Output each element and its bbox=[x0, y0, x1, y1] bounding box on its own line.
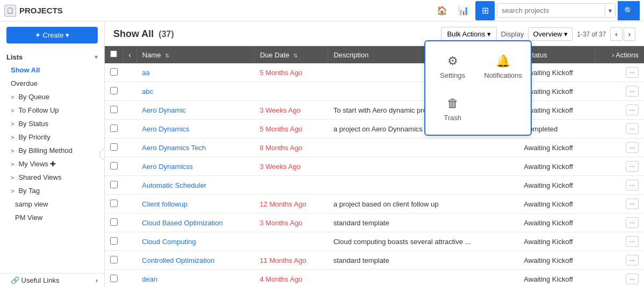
lists-label: Lists bbox=[6, 53, 23, 61]
next-page-button[interactable]: › bbox=[624, 27, 635, 41]
sidebar-item-useful-links[interactable]: 🔗 Useful Links › bbox=[0, 274, 104, 287]
search-button[interactable]: 🔍 bbox=[618, 1, 640, 20]
row-checkbox[interactable] bbox=[110, 218, 118, 226]
row-actions: ··· bbox=[595, 232, 644, 251]
table-row: aa 5 Months Ago Awaiting Kickoff ··· bbox=[105, 63, 644, 82]
row-checkbox[interactable] bbox=[110, 162, 118, 170]
row-checkbox[interactable] bbox=[110, 68, 118, 76]
row-name[interactable]: Aero Dynamicss bbox=[136, 157, 254, 176]
row-actions-button[interactable]: ··· bbox=[626, 67, 639, 78]
bulk-actions-button[interactable]: Bulk Actions ▾ bbox=[441, 27, 496, 41]
row-actions: ··· bbox=[595, 120, 644, 138]
row-checkbox[interactable] bbox=[110, 275, 118, 282]
row-nav bbox=[123, 214, 136, 232]
row-description: Cloud computing boasts several attractiv… bbox=[328, 232, 519, 251]
lists-section[interactable]: Lists ▾ bbox=[0, 49, 104, 63]
row-actions-button[interactable]: ··· bbox=[626, 123, 639, 134]
my-views-arrow: > bbox=[11, 161, 14, 167]
sidebar-item-by-priority[interactable]: > By Priority bbox=[0, 130, 104, 144]
status-arrow: > bbox=[11, 121, 14, 127]
sidebar-item-show-all[interactable]: Show All bbox=[0, 63, 104, 77]
popup-trash[interactable]: 🗑 Trash bbox=[430, 90, 475, 128]
table-row: Cloud Computing Cloud computing boasts s… bbox=[105, 232, 644, 251]
home-button[interactable]: 🏠 bbox=[432, 1, 452, 20]
prev-page-button[interactable]: ‹ bbox=[610, 27, 622, 41]
table-row: Controlled Optimization 11 Months Ago st… bbox=[105, 251, 644, 270]
th-name[interactable]: Name ⇅ bbox=[136, 46, 254, 63]
row-actions-button[interactable]: ··· bbox=[626, 255, 639, 266]
chart-button[interactable]: 📊 bbox=[454, 1, 473, 20]
row-name[interactable]: Cloud Based Optimization bbox=[136, 214, 254, 232]
row-checkbox[interactable] bbox=[110, 256, 118, 263]
row-status: Awaiting Kickoff bbox=[518, 214, 595, 232]
sidebar-item-overdue[interactable]: Overdue bbox=[0, 77, 104, 90]
row-name[interactable]: dean bbox=[136, 270, 254, 288]
row-nav bbox=[123, 63, 136, 82]
row-description bbox=[328, 138, 519, 157]
row-actions-button[interactable]: ··· bbox=[626, 161, 639, 172]
display-label: Display bbox=[501, 30, 524, 38]
sidebar-item-by-billing[interactable]: > By Billing Method bbox=[0, 144, 104, 157]
popup-notifications[interactable]: 🔔 Notifications bbox=[480, 48, 526, 86]
table-body: aa 5 Months Ago Awaiting Kickoff ··· abc… bbox=[105, 63, 644, 287]
billing-arrow: > bbox=[11, 148, 14, 154]
row-nav bbox=[123, 270, 136, 288]
sidebar-item-shared-views[interactable]: > Shared Views bbox=[0, 171, 104, 184]
row-name[interactable]: Cloud Computing bbox=[136, 232, 254, 251]
row-nav bbox=[123, 232, 136, 251]
th-due-date[interactable]: Due Date ⇅ bbox=[254, 46, 328, 63]
row-actions-button[interactable]: ··· bbox=[626, 105, 639, 115]
pagination-buttons: ‹ › bbox=[610, 27, 635, 41]
overdue-label: Overdue bbox=[11, 79, 38, 87]
sidebar-item-my-views[interactable]: > My Views ✚ bbox=[0, 157, 104, 171]
row-actions-button[interactable]: ··· bbox=[626, 274, 639, 284]
row-name[interactable]: Aero Dynamic bbox=[136, 101, 254, 120]
row-actions-button[interactable]: ··· bbox=[626, 198, 639, 209]
row-due-date: 5 Months Ago bbox=[254, 63, 328, 82]
row-actions-button[interactable]: ··· bbox=[626, 236, 639, 247]
row-actions-button[interactable]: ··· bbox=[626, 180, 639, 190]
grid-button[interactable]: ⊞ bbox=[475, 1, 495, 20]
by-queue-label: By Queue bbox=[18, 93, 49, 101]
search-dropdown[interactable]: ▾ bbox=[605, 4, 615, 17]
row-checkbox[interactable] bbox=[110, 143, 118, 151]
settings-label: Settings bbox=[440, 71, 465, 79]
select-all-checkbox[interactable] bbox=[110, 50, 117, 57]
create-button[interactable]: ✦ Create ▾ bbox=[6, 27, 98, 43]
row-actions-button[interactable]: ··· bbox=[626, 142, 639, 153]
sidebar-item-pm-view[interactable]: PM View bbox=[0, 211, 104, 224]
sidebar-item-by-queue[interactable]: > By Queue bbox=[0, 90, 104, 104]
row-actions-button[interactable]: ··· bbox=[626, 217, 639, 228]
row-name[interactable]: Controlled Optimization bbox=[136, 251, 254, 270]
sidebar-item-to-follow-up[interactable]: > To Follow Up bbox=[0, 104, 104, 117]
row-name[interactable]: abc bbox=[136, 82, 254, 101]
row-name[interactable]: Client followup bbox=[136, 195, 254, 214]
topbar: 📋 PROJECTS 🏠 📊 ⊞ ▾ 🔍 bbox=[0, 0, 644, 21]
trash-label: Trash bbox=[444, 114, 461, 122]
row-actions-button[interactable]: ··· bbox=[626, 86, 639, 97]
row-checkbox[interactable] bbox=[110, 87, 118, 94]
row-actions: ··· bbox=[595, 195, 644, 214]
sidebar-item-by-status[interactable]: > By Status bbox=[0, 117, 104, 130]
row-nav bbox=[123, 138, 136, 157]
row-checkbox[interactable] bbox=[110, 181, 118, 188]
row-name[interactable]: Aero Dynamics bbox=[136, 120, 254, 138]
view-selector[interactable]: Overview ▾ bbox=[528, 27, 573, 41]
row-name[interactable]: Aero Dynamics Tech bbox=[136, 138, 254, 157]
popup-settings[interactable]: ⚙ Settings bbox=[430, 48, 475, 86]
row-status: Awaiting Kickoff bbox=[518, 195, 595, 214]
table-row: dean 4 Months Ago Awaiting Kickoff ··· bbox=[105, 270, 644, 288]
row-checkbox[interactable] bbox=[110, 124, 118, 132]
pagination-info: 1-37 of 37 bbox=[577, 31, 606, 38]
page-title: Show All (37) bbox=[113, 28, 174, 40]
sidebar-item-by-tag[interactable]: > By Tag bbox=[0, 184, 104, 197]
row-checkbox[interactable] bbox=[110, 237, 118, 245]
row-actions: ··· bbox=[595, 176, 644, 195]
search-input[interactable] bbox=[497, 4, 605, 17]
row-name[interactable]: aa bbox=[136, 63, 254, 82]
row-name[interactable]: Automatic Scheduler bbox=[136, 176, 254, 195]
table-wrapper: ‹ Name ⇅ Due Date ⇅ Description Status ›… bbox=[105, 46, 644, 287]
row-checkbox[interactable] bbox=[110, 106, 118, 113]
sidebar-item-samp-view[interactable]: samp view bbox=[0, 197, 104, 211]
row-checkbox[interactable] bbox=[110, 200, 118, 207]
